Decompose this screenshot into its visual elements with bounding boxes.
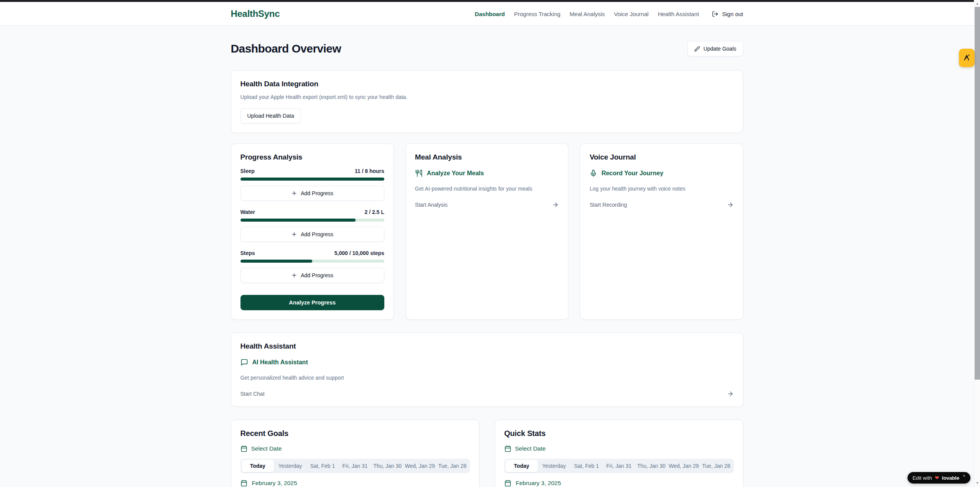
window-top-strip: [0, 0, 974, 2]
date-tabs: Today Yesterday Sat, Feb 1 Fri, Jan 31 T…: [240, 459, 470, 473]
arrow-right-icon: [552, 201, 559, 208]
ai-health-assistant-label: AI Health Assistant: [252, 359, 308, 366]
ai-health-assistant-link[interactable]: AI Health Assistant: [240, 359, 734, 366]
progress-bar: [240, 260, 384, 263]
add-progress-button[interactable]: Add Progress: [240, 227, 384, 242]
select-date-label: Select Date: [251, 445, 282, 452]
start-recording-action[interactable]: Start Recording: [590, 201, 733, 208]
progress-bar-fill: [240, 260, 313, 263]
card-title: Health Data Integration: [240, 80, 734, 88]
calendar-icon: [504, 480, 511, 487]
progress-metric: Steps 5,000 / 10,000 steps Add Progress: [240, 250, 384, 291]
browser-extension-tab-button[interactable]: [959, 49, 975, 67]
metric-value: 2 / 2.5 L: [364, 209, 384, 215]
health-data-integration-card: Health Data Integration Upload your Appl…: [231, 70, 743, 133]
date-tab[interactable]: Fri, Jan 31: [339, 460, 371, 472]
progress-bar: [240, 178, 384, 181]
sign-out-label: Sign out: [722, 11, 743, 17]
card-description: Get AI-powered nutritional insights for …: [415, 185, 559, 192]
pencil-icon: [694, 46, 700, 52]
date-tab[interactable]: Thu, Jan 30: [635, 460, 668, 472]
meal-analysis-card: Meal Analysis Analyze Your Meals Get AI-…: [405, 143, 568, 320]
analyze-progress-button[interactable]: Analyze Progress: [240, 295, 384, 310]
selected-date: February 3, 2025: [240, 480, 470, 487]
select-date-button[interactable]: Select Date: [240, 445, 470, 452]
card-description: Upload your Apple Health export (export.…: [240, 93, 734, 101]
start-analysis-action[interactable]: Start Analysis: [415, 201, 559, 208]
log-out-icon: [712, 11, 718, 17]
upload-health-data-label: Upload Health Data: [247, 113, 294, 119]
card-title: Voice Journal: [590, 153, 733, 161]
scrollbar-thumb[interactable]: [975, 7, 980, 380]
add-progress-label: Add Progress: [301, 231, 333, 237]
nav-link[interactable]: Voice Journal: [614, 11, 649, 17]
card-title: Health Assistant: [240, 342, 734, 350]
card-description: Log your health journey with voice notes: [590, 185, 733, 192]
date-tab[interactable]: Thu, Jan 30: [371, 460, 404, 472]
date-tab[interactable]: Today: [506, 460, 538, 472]
analyze-progress-label: Analyze Progress: [289, 299, 336, 306]
add-progress-label: Add Progress: [301, 272, 333, 278]
select-date-button[interactable]: Select Date: [504, 445, 734, 452]
page-title: Dashboard Overview: [231, 42, 341, 55]
card-title: Meal Analysis: [415, 153, 559, 161]
date-tabs: Today Yesterday Sat, Feb 1 Fri, Jan 31 T…: [504, 459, 734, 473]
edit-with-lovable-badge[interactable]: Edit with ❤ lovable ×: [908, 472, 970, 484]
start-analysis-label: Start Analysis: [415, 202, 448, 208]
scroll-down-arrow-icon[interactable]: ▼: [974, 480, 980, 486]
date-tab[interactable]: Today: [242, 460, 274, 472]
selected-date-label: February 3, 2025: [252, 480, 297, 487]
date-tab[interactable]: Wed, Jan 29: [404, 460, 436, 472]
add-progress-button[interactable]: Add Progress: [240, 268, 384, 283]
metric-value: 11 / 8 hours: [355, 168, 384, 174]
extension-logo-icon: [963, 54, 971, 62]
start-chat-label: Start Chat: [240, 391, 265, 397]
badge-prefix: Edit with: [912, 475, 932, 481]
message-square-icon: [240, 359, 248, 366]
nav-link[interactable]: Dashboard: [475, 11, 505, 17]
upload-health-data-button[interactable]: Upload Health Data: [240, 108, 301, 123]
voice-journal-card: Voice Journal Record Your Journey Log yo…: [580, 143, 743, 320]
progress-metric: Water 2 / 2.5 L Add Progress: [240, 209, 384, 250]
nav-link[interactable]: Meal Analysis: [570, 11, 605, 17]
select-date-label: Select Date: [515, 445, 546, 452]
add-progress-label: Add Progress: [301, 190, 333, 196]
date-tab[interactable]: Tue, Jan 28: [436, 460, 469, 472]
date-tab[interactable]: Fri, Jan 31: [603, 460, 635, 472]
start-chat-action[interactable]: Start Chat: [240, 390, 734, 397]
date-tab[interactable]: Tue, Jan 28: [700, 460, 733, 472]
record-your-journey-label: Record Your Journey: [601, 170, 663, 177]
nav-link[interactable]: Progress Tracking: [514, 11, 560, 17]
plus-icon: [291, 272, 297, 278]
card-title: Quick Stats: [504, 429, 734, 438]
badge-close-icon[interactable]: ×: [963, 473, 965, 479]
scroll-up-arrow-icon[interactable]: ▲: [974, 0, 980, 7]
record-your-journey-link[interactable]: Record Your Journey: [590, 169, 733, 177]
quick-stats-card: Quick Stats Select Date Today Yesterday …: [495, 420, 743, 487]
add-progress-button[interactable]: Add Progress: [240, 186, 384, 201]
analyze-your-meals-link[interactable]: Analyze Your Meals: [415, 169, 559, 177]
date-tab[interactable]: Sat, Feb 1: [306, 460, 339, 472]
metric-value: 5,000 / 10,000 steps: [334, 250, 384, 256]
date-tab[interactable]: Sat, Feb 1: [570, 460, 603, 472]
progress-bar-fill: [240, 219, 356, 222]
card-description: Get personalized health advice and suppo…: [240, 374, 734, 382]
plus-icon: [291, 231, 297, 237]
health-assistant-card: Health Assistant AI Health Assistant Get…: [231, 332, 743, 406]
card-title: Recent Goals: [240, 429, 470, 438]
metric-label: Water: [240, 209, 255, 215]
date-tab[interactable]: Yesterday: [538, 460, 570, 472]
update-goals-button[interactable]: Update Goals: [687, 41, 743, 56]
date-tab[interactable]: Wed, Jan 29: [667, 460, 700, 472]
nav-link[interactable]: Health Assistant: [658, 11, 699, 17]
sign-out-button[interactable]: Sign out: [712, 11, 743, 17]
arrow-right-icon: [727, 390, 734, 397]
card-title: Progress Analysis: [240, 153, 384, 161]
app-page: HealthSync Dashboard Progress Tracking M…: [0, 2, 974, 487]
recent-goals-card: Recent Goals Select Date Today Yesterday…: [231, 420, 479, 487]
selected-date-label: February 3, 2025: [516, 480, 561, 487]
calendar-icon: [504, 445, 511, 452]
start-recording-label: Start Recording: [590, 202, 627, 208]
date-tab[interactable]: Yesterday: [274, 460, 306, 472]
vertical-scrollbar[interactable]: ▲ ▼: [974, 0, 980, 487]
